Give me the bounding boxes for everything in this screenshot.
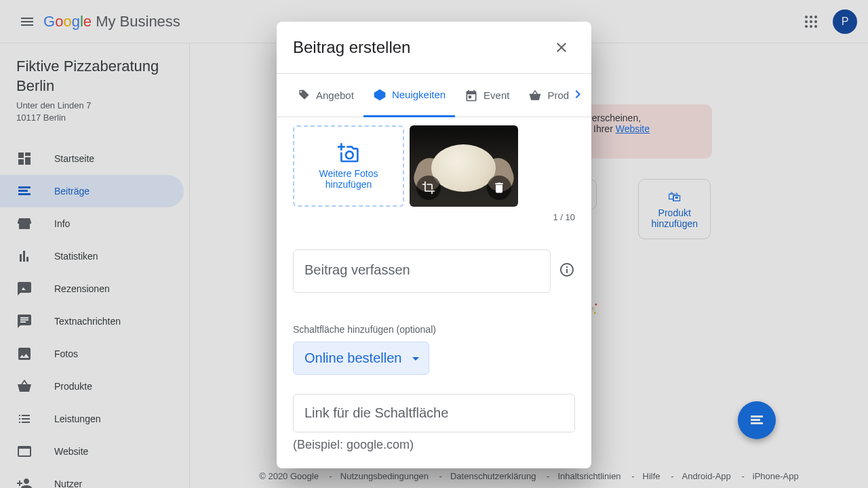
alert-icon: [373, 88, 387, 102]
add-photo-icon: [338, 142, 359, 164]
info-button[interactable]: [559, 262, 575, 281]
tab-label: Event: [484, 89, 509, 101]
add-photos-button[interactable]: Weitere Fotoshinzufügen: [293, 125, 404, 207]
dialog-title: Beitrag erstellen: [293, 38, 410, 57]
compose-textarea[interactable]: [293, 249, 551, 293]
delete-photo-button[interactable]: [487, 176, 511, 200]
tab-label: Neuigkeiten: [392, 89, 446, 100]
tab-angebot[interactable]: Angebot: [288, 74, 363, 117]
create-post-dialog: Beitrag erstellen AngebotNeuigkeitenEven…: [277, 22, 591, 468]
event-icon: [465, 89, 478, 102]
chevron-right-icon: [570, 86, 586, 102]
trash-icon: [492, 181, 506, 195]
photo-counter: 1 / 10: [293, 212, 575, 222]
tab-label: Prod: [547, 89, 569, 101]
tab-neuigkeiten[interactable]: Neuigkeiten: [363, 74, 455, 117]
basket-icon: [528, 89, 542, 102]
crop-photo-button[interactable]: [416, 176, 441, 200]
button-type-select[interactable]: Online bestellen: [293, 342, 429, 375]
tabs-next-button[interactable]: [570, 86, 586, 105]
tab-label: Angebot: [316, 89, 354, 101]
link-hint: (Beispiel: google.com): [293, 438, 575, 452]
close-icon: [553, 39, 570, 56]
photo-thumbnail: [410, 125, 518, 207]
info-icon: [559, 262, 575, 278]
close-button[interactable]: [548, 34, 575, 61]
tag-icon: [297, 89, 311, 102]
tab-event[interactable]: Event: [455, 74, 519, 117]
button-section-label: Schaltfläche hinzufügen (optional): [293, 324, 575, 335]
post-type-tabs: AngebotNeuigkeitenEventProd: [277, 74, 591, 117]
button-link-input[interactable]: [293, 394, 575, 432]
crop-icon: [422, 181, 435, 195]
